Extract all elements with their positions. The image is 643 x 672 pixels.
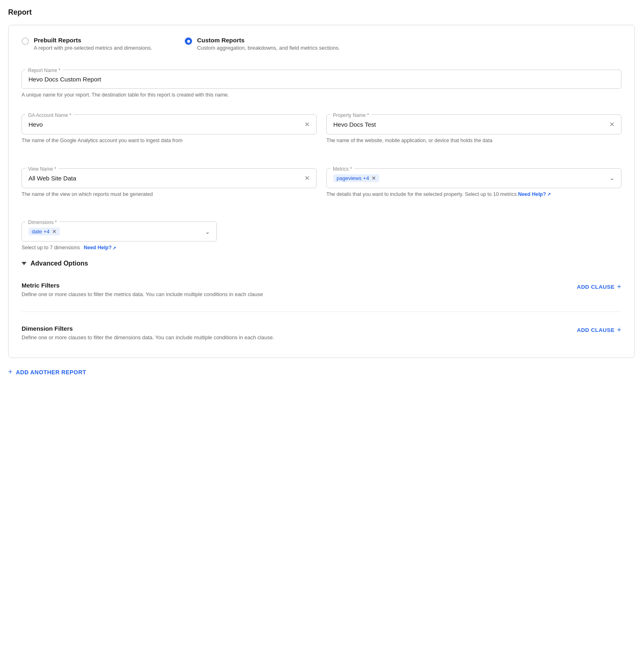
page-title: Report [8,8,635,17]
dimension-filters-desc: Define one or more clauses to filter the… [22,334,274,342]
dimensions-label: Dimensions * [26,220,59,225]
custom-radio-inner [187,40,190,43]
metrics-help: The details that you want to include for… [326,191,621,198]
dimensions-tag-remove[interactable]: ✕ [52,228,57,235]
ga-account-help: The name of the Google Analytics account… [22,137,317,145]
dimension-filters-text: Dimension Filters Define one or more cla… [22,325,274,342]
dimension-filters-title: Dimension Filters [22,325,274,332]
metrics-tag: pageviews +4 ✕ [333,174,379,182]
prebuilt-label: Prebuilt Reports [34,37,152,44]
metrics-help-prefix: The details that you want to include for… [326,191,516,197]
metric-filters-section: Metric Filters Define one or more clause… [22,277,621,303]
metric-filters-add-clause-plus: + [617,283,621,291]
metric-filters-header-row: Metric Filters Define one or more clause… [22,282,621,299]
ga-account-label: GA Account Name * [26,112,74,118]
add-another-plus-icon: + [8,368,13,376]
report-name-box [22,70,621,89]
dimensions-chevron-icon: ⌄ [205,228,210,235]
report-name-help: A unique name for your report. The desti… [22,91,621,99]
property-name-group: Property Name * Hevo Docs Test ✕ The nam… [326,107,621,145]
dimensions-tag: date +4 ✕ [28,228,60,235]
dimension-filters-header-row: Dimension Filters Define one or more cla… [22,325,621,342]
dimension-filters-section: Dimension Filters Define one or more cla… [22,320,621,347]
metric-filters-add-clause-label: ADD CLAUSE [577,284,615,290]
two-col-row-2: View Name * All Web Site Data ✕ The name… [22,161,621,206]
property-name-label: Property Name * [330,112,372,118]
metrics-external-icon: ↗ [547,192,551,197]
dimensions-help: Select up to 7 dimensions Need Help?↗ [22,244,217,252]
view-name-group: View Name * All Web Site Data ✕ The name… [22,161,317,198]
filters-divider [22,312,621,312]
metrics-tags: pageviews +4 ✕ [333,174,381,182]
metric-filters-add-clause[interactable]: ADD CLAUSE + [577,283,621,291]
view-name-label: View Name * [26,166,59,172]
metric-filters-title: Metric Filters [22,282,263,289]
report-name-label: Report Name * [26,68,63,73]
view-name-box: All Web Site Data ✕ [22,168,317,188]
prebuilt-desc: A report with pre-selected metrics and d… [34,45,152,51]
property-name-help: The name of the website, mobile applicat… [326,137,621,145]
metrics-label: Metrics * [330,166,354,172]
add-another-report-row[interactable]: + ADD ANOTHER REPORT [8,368,635,376]
property-name-clear[interactable]: ✕ [609,121,615,128]
add-another-report-label: ADD ANOTHER REPORT [16,369,86,376]
custom-radio[interactable] [185,37,192,45]
custom-desc: Custom aggregation, breakdowns, and fiel… [197,45,340,51]
metrics-box[interactable]: pageviews +4 ✕ ⌄ [326,168,621,188]
report-type-row: Prebuilt Reports A report with pre-selec… [22,37,621,51]
metrics-need-help-link[interactable]: Need Help?↗ [518,191,551,197]
view-name-value: All Web Site Data [28,175,76,182]
metrics-group: Metrics * pageviews +4 ✕ ⌄ The details t… [326,161,621,198]
dimension-filters-add-clause[interactable]: ADD CLAUSE + [577,326,621,334]
advanced-options-label: Advanced Options [31,260,88,267]
report-name-input[interactable] [28,76,615,83]
advanced-options-header[interactable]: Advanced Options [22,260,621,267]
ga-account-clear[interactable]: ✕ [304,121,310,128]
dimensions-external-icon: ↗ [112,246,116,250]
dimensions-tag-label: date +4 [32,228,50,235]
triangle-down-icon [22,262,26,265]
property-name-value: Hevo Docs Test [333,121,376,128]
ga-account-value: Hevo [28,121,43,128]
metric-filters-desc: Define one or more clauses to filter the… [22,290,263,299]
report-card: Prebuilt Reports A report with pre-selec… [8,25,635,358]
view-name-help: The name of the view on which reports mu… [22,191,317,198]
dimension-filters-add-clause-label: ADD CLAUSE [577,327,615,333]
custom-label: Custom Reports [197,37,340,44]
dimensions-group: Dimensions * date +4 ✕ ⌄ Select up to 7 … [22,214,217,252]
report-name-group: Report Name * A unique name for your rep… [22,62,621,99]
view-name-clear[interactable]: ✕ [304,174,310,182]
metrics-chevron-icon: ⌄ [610,175,615,181]
dimensions-need-help-link[interactable]: Need Help?↗ [84,245,116,250]
custom-reports-option[interactable]: Custom Reports Custom aggregation, break… [185,37,340,51]
prebuilt-reports-option[interactable]: Prebuilt Reports A report with pre-selec… [22,37,152,51]
dimension-filters-add-clause-plus: + [617,326,621,334]
metric-filters-text: Metric Filters Define one or more clause… [22,282,263,299]
dimensions-tags: date +4 ✕ [28,228,61,235]
metrics-tag-label: pageviews +4 [337,175,369,181]
dimensions-help-prefix: Select up to 7 dimensions [22,245,80,250]
two-col-row-1: GA Account Name * Hevo ✕ The name of the… [22,107,621,153]
ga-account-group: GA Account Name * Hevo ✕ The name of the… [22,107,317,145]
metrics-tag-remove[interactable]: ✕ [372,175,376,181]
prebuilt-radio[interactable] [22,37,29,45]
